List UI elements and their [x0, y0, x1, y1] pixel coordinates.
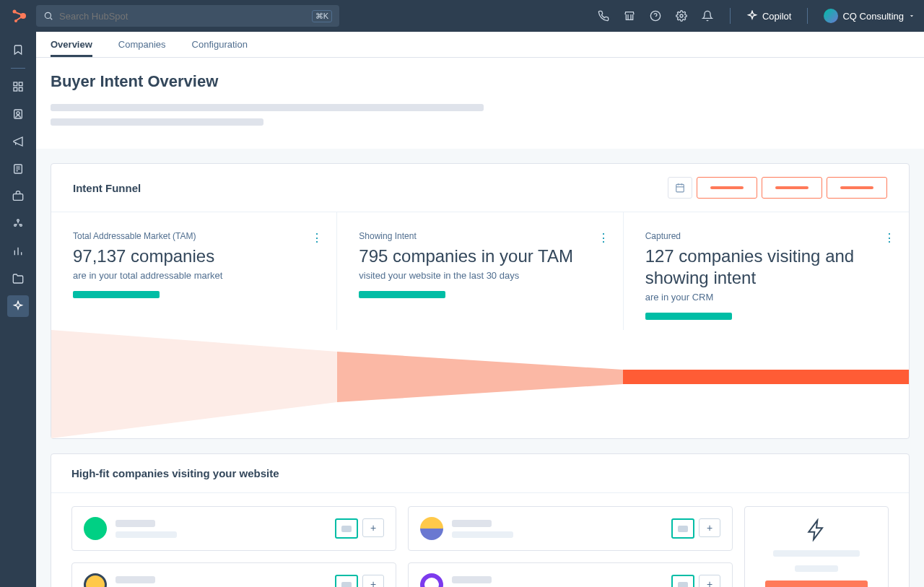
- phone-icon[interactable]: [597, 9, 610, 22]
- filter-pill-1[interactable]: [697, 177, 757, 199]
- settings-icon[interactable]: [675, 9, 688, 22]
- company-logo: [84, 573, 107, 587]
- copilot-button[interactable]: Copilot: [746, 10, 791, 22]
- view-companies-button[interactable]: View companies: [765, 581, 868, 587]
- col-bar: [73, 291, 160, 298]
- svg-point-5: [45, 12, 51, 18]
- top-nav: ⌘K Copilot CQ Consulting: [0, 0, 924, 32]
- high-fit-cta-panel: View companies: [744, 506, 889, 587]
- add-button[interactable]: +: [362, 518, 384, 537]
- date-picker-button[interactable]: [668, 177, 692, 199]
- left-sidebar: [0, 32, 36, 587]
- svg-rect-10: [14, 82, 17, 86]
- account-name: CQ Consulting: [842, 11, 904, 22]
- page-title: Buyer Intent Overview: [51, 72, 910, 91]
- funnel-columns: ⋮ Total Addressable Market (TAM) 97,137 …: [51, 212, 909, 330]
- col-bar: [359, 291, 445, 298]
- search-input[interactable]: [59, 11, 306, 22]
- company-card[interactable]: +: [71, 506, 396, 551]
- company-card[interactable]: +: [408, 506, 733, 551]
- main-content: Overview Companies Configuration Buyer I…: [36, 32, 924, 587]
- more-icon[interactable]: ⋮: [311, 231, 323, 245]
- divider: [807, 8, 808, 24]
- col-metric: 795 companies in your TAM: [359, 245, 601, 267]
- add-button[interactable]: +: [699, 518, 720, 537]
- search-icon: [43, 11, 53, 21]
- sidebar-library[interactable]: [7, 268, 29, 290]
- view-button[interactable]: [671, 518, 694, 539]
- sidebar-ai[interactable]: [7, 295, 29, 317]
- add-button[interactable]: +: [699, 575, 720, 587]
- marketplace-icon[interactable]: [623, 9, 636, 22]
- sidebar-apps[interactable]: [7, 76, 29, 97]
- sidebar-automation[interactable]: [7, 213, 29, 235]
- divider: [730, 8, 731, 24]
- tab-configuration[interactable]: Configuration: [192, 39, 248, 57]
- col-sub: visited your website in the last 30 days: [359, 270, 601, 281]
- avatar: [824, 9, 838, 23]
- funnel-col-captured: ⋮ Captured 127 companies visiting and sh…: [624, 212, 909, 330]
- more-icon[interactable]: ⋮: [884, 231, 896, 245]
- sidebar-reporting[interactable]: [7, 240, 29, 262]
- svg-rect-20: [13, 194, 22, 201]
- col-sub: are in your total addressable market: [73, 270, 315, 281]
- company-card[interactable]: +: [71, 562, 396, 587]
- more-icon[interactable]: ⋮: [598, 231, 610, 245]
- skeleton-line: [452, 531, 513, 538]
- calendar-icon: [675, 183, 685, 193]
- skeleton-line: [116, 576, 155, 583]
- sparkle-icon: [746, 10, 758, 22]
- notifications-icon[interactable]: [701, 9, 714, 22]
- intent-funnel-card: Intent Funnel ⋮ Total Addressable Market…: [51, 163, 910, 439]
- hubspot-logo[interactable]: [9, 6, 29, 26]
- filter-pill-2[interactable]: [762, 177, 822, 199]
- funnel-col-tam: ⋮ Total Addressable Market (TAM) 97,137 …: [51, 212, 337, 330]
- high-fit-title: High-fit companies visiting your website: [51, 454, 909, 493]
- skeleton-line: [51, 118, 263, 126]
- account-switcher[interactable]: CQ Consulting: [824, 9, 915, 23]
- filter-pill-3[interactable]: [827, 177, 887, 199]
- chevron-down-icon: [908, 12, 915, 19]
- company-card[interactable]: +: [408, 562, 733, 587]
- topbar-actions: Copilot CQ Consulting: [597, 8, 915, 24]
- svg-point-15: [17, 112, 19, 115]
- view-button[interactable]: [335, 575, 358, 587]
- view-button[interactable]: [335, 518, 358, 539]
- add-button[interactable]: +: [362, 575, 384, 587]
- search-shortcut: ⌘K: [312, 10, 332, 22]
- intent-funnel-title: Intent Funnel: [73, 182, 141, 194]
- bolt-icon: [805, 518, 828, 542]
- svg-rect-13: [19, 87, 22, 91]
- company-logo: [420, 517, 443, 540]
- skeleton-line: [452, 576, 492, 583]
- company-logo: [420, 573, 443, 587]
- skeleton-line: [795, 565, 838, 572]
- search-input-wrap[interactable]: ⌘K: [36, 5, 339, 27]
- col-sub: are in your CRM: [645, 292, 887, 303]
- col-label: Total Addressable Market (TAM): [73, 231, 315, 241]
- high-fit-card: High-fit companies visiting your website…: [51, 453, 910, 587]
- sidebar-marketing[interactable]: [7, 131, 29, 152]
- skeleton-line: [51, 104, 484, 111]
- funnel-visualization: [51, 330, 909, 438]
- sidebar-contacts[interactable]: [7, 103, 29, 125]
- company-logo: [84, 517, 107, 540]
- tab-companies[interactable]: Companies: [118, 39, 166, 57]
- help-icon[interactable]: [649, 9, 662, 22]
- tabs: Overview Companies Configuration: [36, 32, 924, 58]
- svg-rect-12: [14, 87, 17, 91]
- divider: [11, 68, 25, 69]
- sidebar-bookmarks[interactable]: [7, 39, 29, 61]
- sidebar-commerce[interactable]: [7, 186, 29, 207]
- skeleton-line: [773, 550, 860, 557]
- sidebar-content[interactable]: [7, 158, 29, 180]
- view-button[interactable]: [671, 575, 694, 587]
- funnel-col-intent: ⋮ Showing Intent 795 companies in your T…: [337, 212, 623, 330]
- svg-line-3: [15, 12, 21, 14]
- tab-overview[interactable]: Overview: [51, 39, 92, 57]
- page-header: Buyer Intent Overview: [36, 58, 924, 149]
- skeleton-line: [116, 531, 177, 538]
- copilot-label: Copilot: [762, 11, 791, 22]
- col-label: Showing Intent: [359, 231, 601, 241]
- svg-point-9: [680, 14, 683, 17]
